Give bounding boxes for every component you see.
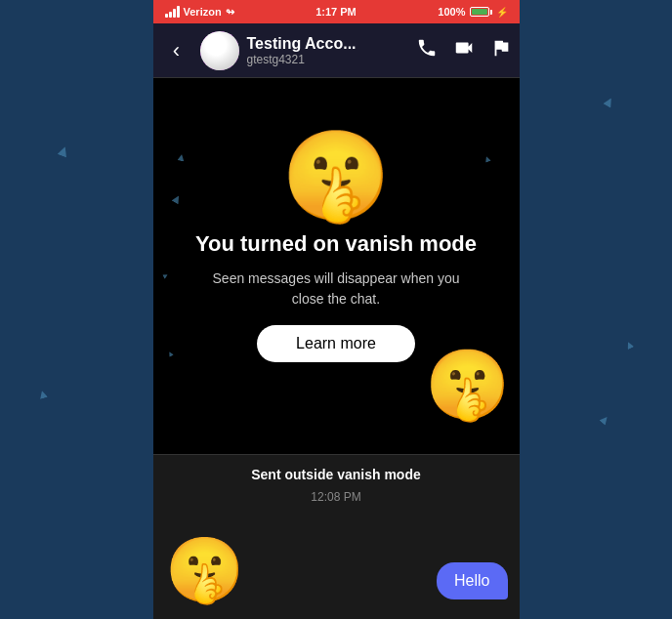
floating-emoji-right: 🤫	[425, 345, 510, 425]
vanish-emoji: 🤫	[281, 132, 391, 220]
signal-bar-2	[169, 12, 172, 18]
bg-particle	[58, 145, 70, 158]
vanish-title: You turned on vanish mode	[195, 231, 477, 257]
signal-bar-1	[165, 14, 168, 18]
contact-name: Testing Acco...	[247, 35, 408, 53]
call-button[interactable]	[416, 37, 438, 63]
flag-button[interactable]	[490, 37, 512, 63]
vanish-particle	[167, 351, 174, 357]
sent-outside-label: Sent outside vanish mode	[169, 467, 504, 482]
carrier-label: Verizon	[184, 6, 222, 18]
vanish-particle	[177, 153, 185, 161]
header-actions	[416, 37, 512, 63]
bg-particle	[38, 390, 48, 399]
learn-more-button[interactable]: Learn more	[257, 325, 415, 362]
message-timestamp: 12:08 PM	[169, 490, 504, 504]
status-time: 1:17 PM	[315, 6, 357, 18]
sent-outside-separator: Sent outside vanish mode 12:08 PM	[153, 454, 520, 512]
battery-percent: 100%	[438, 6, 465, 18]
messages-area: 🤫 Hello	[153, 512, 520, 619]
signal-bar-4	[177, 6, 180, 18]
avatar[interactable]	[200, 31, 239, 70]
bg-particle	[603, 96, 614, 107]
vanish-mode-area: 🤫 You turned on vanish mode Seen message…	[153, 78, 520, 454]
charging-icon: ⚡	[496, 7, 508, 18]
status-bar: Verizon ↬ 1:17 PM 100% ⚡	[153, 0, 520, 23]
signal-bar-3	[173, 9, 176, 18]
avatar-ring	[200, 31, 239, 70]
status-left: Verizon ↬	[165, 6, 234, 19]
vanish-particle	[162, 272, 169, 279]
bg-particle	[625, 341, 634, 350]
back-button[interactable]: ‹	[161, 35, 192, 66]
vanish-description: Seen messages will disappear when you cl…	[209, 268, 463, 310]
vanish-particle	[483, 155, 491, 163]
wifi-icon: ↬	[226, 6, 234, 19]
message-bubble: Hello	[437, 562, 507, 599]
signal-bars	[165, 6, 180, 18]
back-icon: ‹	[173, 38, 180, 63]
battery-tip	[490, 10, 492, 15]
video-button[interactable]	[453, 37, 475, 63]
status-right: 100% ⚡	[438, 6, 507, 18]
contact-info: Testing Acco... gtestg4321	[247, 35, 408, 66]
chat-header: ‹ Testing Acco... gtestg4321	[153, 23, 520, 78]
battery-body	[470, 7, 489, 17]
bg-particle	[599, 414, 609, 425]
bottom-emoji: 🤫	[165, 533, 244, 607]
phone-screen: Verizon ↬ 1:17 PM 100% ⚡ ‹ Testing Acco.…	[153, 0, 520, 619]
battery-icon	[470, 7, 492, 17]
vanish-particle	[171, 194, 182, 205]
contact-username: gtestg4321	[247, 53, 408, 66]
battery-fill	[472, 9, 487, 15]
vanish-content: 🤫 You turned on vanish mode Seen message…	[195, 132, 477, 362]
